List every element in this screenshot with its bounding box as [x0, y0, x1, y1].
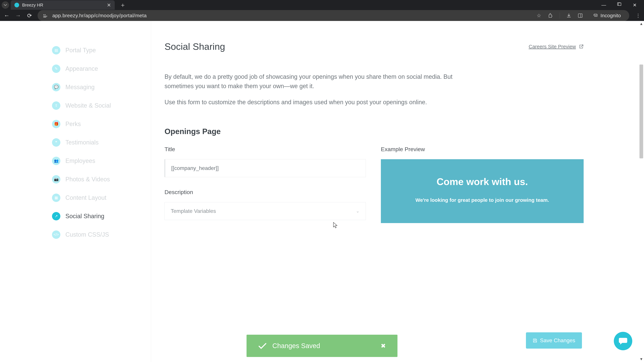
chat-icon: 💬 [52, 83, 60, 91]
chat-fab[interactable] [614, 332, 632, 350]
external-link-icon [579, 44, 584, 49]
back-button[interactable]: ← [3, 12, 10, 19]
openings-section-title: Openings Page [164, 127, 584, 136]
example-preview-card: Come work with us. We're looking for gre… [381, 159, 584, 223]
svg-rect-6 [578, 14, 582, 17]
toast-close-icon[interactable]: ✖ [381, 343, 386, 350]
scroll-up-icon[interactable]: ▲ [640, 22, 643, 26]
reload-button[interactable]: ⟳ [26, 12, 33, 19]
browser-tab[interactable]: Breezy HR ✕ [11, 0, 115, 10]
sidebar-item-perks[interactable]: 🎁 Perks [52, 115, 151, 133]
pencil-icon: ✎ [52, 64, 60, 73]
bookmark-icon[interactable]: ☆ [537, 12, 541, 18]
window-controls: — ✕ [601, 2, 642, 8]
title-input[interactable] [164, 159, 366, 177]
camera-icon: 📷 [52, 175, 60, 184]
sidebar-item-testimonials[interactable]: ❝ Testimonials [52, 133, 151, 152]
browser-menu-button[interactable]: ⋮ [636, 12, 641, 18]
sidebar-item-website-social[interactable]: ⇪ Website & Social [52, 96, 151, 115]
toast-label: Changes Saved [272, 342, 320, 350]
svg-rect-4 [43, 16, 47, 16]
sidebar-item-employees[interactable]: 👥 Employees [52, 152, 151, 170]
browser-chrome: Breezy HR ✕ ＋ — ✕ ← → ⟳ app.breezy.hr/ap… [0, 0, 644, 21]
vertical-scrollbar[interactable]: ▲ ▼ [639, 21, 644, 362]
intro-paragraph-1: By default, we do a pretty good job of s… [164, 72, 480, 91]
tab-close-icon[interactable]: ✕ [107, 2, 111, 8]
extensions-icon[interactable] [548, 13, 553, 18]
intro-paragraph-2: Use this form to customize the descripti… [164, 97, 480, 107]
url-text: app.breezy.hr/app/c/moodjoy/portal/meta [52, 13, 147, 18]
incognito-badge[interactable]: Incognito [589, 11, 624, 20]
main-panel: Social Sharing Careers Site Preview By d… [151, 21, 644, 362]
sidebar-item-label: Appearance [66, 65, 98, 72]
sidebar-item-custom-css-js[interactable]: </> Custom CSS/JS [52, 225, 151, 244]
save-changes-button[interactable]: Save Changes [526, 332, 582, 349]
svg-rect-5 [43, 17, 46, 17]
sidebar-item-label: Perks [66, 120, 81, 128]
new-tab-button[interactable]: ＋ [120, 1, 126, 9]
sidebar-item-label: Employees [66, 157, 95, 164]
description-field-label: Description [164, 189, 366, 195]
template-variables-select[interactable]: Template Variables ⌄ [164, 202, 366, 220]
sidebar-item-appearance[interactable]: ✎ Appearance [52, 59, 151, 78]
code-icon: </> [52, 230, 60, 239]
sidebar-item-label: Photos & Videos [66, 176, 110, 183]
layout-icon: ▦ [52, 194, 60, 202]
sidebar-item-portal-type[interactable]: ▤ Portal Type [52, 41, 151, 59]
careers-preview-link[interactable]: Careers Site Preview [528, 44, 584, 49]
page-title: Social Sharing [164, 41, 225, 52]
site-info-icon[interactable] [42, 13, 48, 18]
quote-icon: ❝ [52, 138, 60, 147]
preview-link-label: Careers Site Preview [528, 44, 576, 49]
toolbar: ← → ⟳ app.breezy.hr/app/c/moodjoy/portal… [0, 10, 644, 21]
settings-sidebar: ▤ Portal Type ✎ Appearance 💬 Messaging ⇪… [0, 21, 151, 362]
page-content: ▤ Portal Type ✎ Appearance 💬 Messaging ⇪… [0, 21, 644, 362]
intro-text: By default, we do a pretty good job of s… [164, 72, 584, 107]
svg-point-2 [44, 14, 44, 15]
address-bar[interactable]: app.breezy.hr/app/c/moodjoy/portal/meta … [38, 10, 629, 21]
share-icon: ⇪ [52, 101, 60, 110]
incognito-icon [593, 13, 598, 17]
sidebar-item-label: Custom CSS/JS [66, 231, 109, 238]
sidebar-item-photos-videos[interactable]: 📷 Photos & Videos [52, 170, 151, 189]
gift-icon: 🎁 [52, 120, 60, 128]
svg-point-3 [45, 14, 46, 15]
preview-subtext: We're looking for great people to join o… [391, 197, 574, 203]
sidebar-item-social-sharing[interactable]: ↗ Social Sharing [52, 207, 151, 225]
downloads-icon[interactable] [566, 13, 571, 18]
tab-search-button[interactable] [2, 1, 9, 9]
sidebar-item-label: Content Layout [66, 194, 106, 201]
share-alt-icon: ↗ [52, 212, 60, 220]
chat-icon [618, 337, 628, 345]
chevron-down-icon: ⌄ [356, 209, 360, 214]
tab-favicon [14, 3, 19, 7]
scroll-down-icon[interactable]: ▼ [640, 357, 643, 361]
sidebar-item-label: Website & Social [66, 102, 111, 109]
document-icon: ▤ [52, 46, 60, 54]
tab-strip: Breezy HR ✕ ＋ — ✕ [0, 0, 644, 10]
sidepanel-icon[interactable] [578, 13, 582, 18]
incognito-label: Incognito [600, 13, 621, 18]
title-field-label: Title [164, 146, 366, 152]
sidebar-item-label: Testimonials [66, 139, 98, 146]
sidebar-item-label: Portal Type [66, 47, 96, 54]
sidebar-item-messaging[interactable]: 💬 Messaging [52, 78, 151, 96]
check-icon [258, 343, 267, 349]
scrollbar-thumb[interactable] [640, 64, 643, 158]
svg-rect-1 [618, 3, 621, 5]
sidebar-item-content-layout[interactable]: ▦ Content Layout [52, 189, 151, 207]
minimize-button[interactable]: — [601, 2, 606, 8]
sidebar-item-label: Social Sharing [66, 213, 104, 220]
select-label: Template Variables [171, 208, 216, 214]
changes-saved-toast: Changes Saved ✖ [246, 335, 398, 357]
forward-button[interactable]: → [15, 12, 22, 19]
maximize-button[interactable] [616, 2, 622, 8]
save-icon [533, 338, 537, 343]
preview-heading: Come work with us. [391, 176, 574, 187]
save-button-label: Save Changes [540, 337, 575, 344]
close-window-button[interactable]: ✕ [632, 2, 637, 8]
sidebar-item-label: Messaging [66, 84, 94, 91]
tab-title: Breezy HR [22, 2, 43, 8]
preview-label: Example Preview [381, 146, 584, 152]
people-icon: 👥 [52, 157, 60, 165]
